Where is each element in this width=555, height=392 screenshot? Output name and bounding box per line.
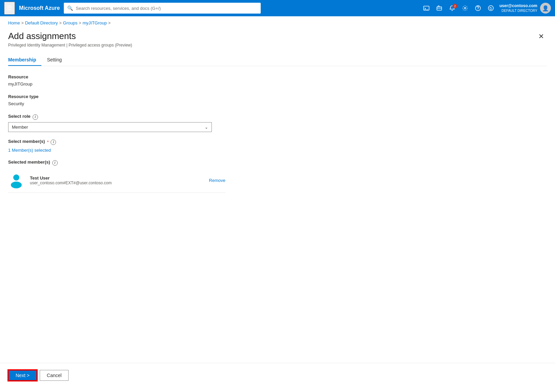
- select-role-label-row: Select role i: [8, 114, 547, 120]
- breadcrumb-home[interactable]: Home: [8, 20, 20, 25]
- selected-members-info-icon: i: [52, 160, 58, 166]
- selected-members-label-row: Selected member(s) i: [8, 160, 547, 166]
- search-bar[interactable]: 🔍: [64, 3, 261, 14]
- breadcrumb-sep-1: >: [21, 21, 24, 25]
- chevron-down-icon: ⌄: [205, 125, 208, 130]
- search-icon: 🔍: [67, 5, 73, 11]
- cancel-button[interactable]: Cancel: [40, 370, 69, 381]
- notification-badge: 2: [452, 4, 457, 8]
- main-content: Add assignments Privileged Identity Mana…: [0, 25, 555, 388]
- breadcrumb-sep-2: >: [59, 21, 62, 25]
- next-button[interactable]: Next >: [8, 370, 37, 381]
- breadcrumb-my-jit-group[interactable]: myJITGroup: [82, 20, 107, 25]
- user-profile[interactable]: user@contoso.com DEFAULT DIRECTORY 👤: [499, 3, 551, 14]
- svg-point-9: [492, 8, 492, 9]
- member-email: user_contoso.com#EXT#@user.contoso.com: [30, 181, 204, 185]
- svg-point-4: [464, 7, 466, 9]
- member-item: Test User user_contoso.com#EXT#@user.con…: [8, 168, 225, 193]
- top-nav-icons: 2 user@contoso.com DEFAULT DIRECTORY 👤: [421, 3, 551, 14]
- select-role-label: Select role: [8, 114, 31, 119]
- role-dropdown-value: Member: [12, 125, 28, 130]
- select-role-field-group: Select role i Member ⌄: [8, 114, 547, 132]
- svg-point-11: [11, 182, 22, 188]
- resource-value: myJITGroup: [8, 81, 547, 87]
- member-name: Test User: [30, 175, 204, 181]
- svg-point-7: [488, 6, 494, 11]
- resource-type-label: Resource type: [8, 94, 547, 99]
- selected-members-field-group: Selected member(s) i Test User user_cont…: [8, 160, 547, 193]
- breadcrumb-sep-4: >: [108, 21, 111, 25]
- notifications-button[interactable]: 2: [446, 3, 458, 13]
- member-info: Test User user_contoso.com#EXT#@user.con…: [30, 175, 204, 185]
- svg-point-6: [478, 10, 479, 10]
- help-button[interactable]: [472, 3, 484, 13]
- role-dropdown[interactable]: Member ⌄: [8, 122, 212, 132]
- svg-rect-0: [424, 6, 429, 10]
- search-input[interactable]: [76, 6, 257, 11]
- required-star: *: [47, 139, 49, 145]
- select-members-field-group: Select member(s) * i 1 Member(s) selecte…: [8, 139, 547, 153]
- avatar: 👤: [540, 3, 551, 14]
- svg-rect-2: [437, 7, 442, 10]
- select-members-label-row: Select member(s) * i: [8, 139, 547, 145]
- resource-type-value: Security: [8, 100, 547, 107]
- select-members-info-icon: i: [51, 139, 56, 145]
- page-title: Add assignments: [8, 31, 547, 41]
- remove-member-button[interactable]: Remove: [209, 178, 225, 183]
- tabs: Membership Setting: [8, 54, 547, 66]
- feedback-button[interactable]: [485, 3, 497, 13]
- user-email: user@contoso.com: [499, 3, 537, 9]
- svg-point-8: [490, 8, 491, 9]
- resource-label: Resource: [8, 74, 547, 79]
- page-subtitle: Privileged Identity Management | Privile…: [8, 43, 547, 48]
- members-selected-link[interactable]: 1 Member(s) selected: [8, 148, 51, 153]
- breadcrumb-groups[interactable]: Groups: [63, 20, 78, 25]
- top-navigation: ☰ Microsoft Azure 🔍 2 user@contoso.com D…: [0, 0, 555, 16]
- select-members-label: Select member(s): [8, 139, 45, 144]
- settings-button[interactable]: [459, 3, 471, 13]
- resource-field-group: Resource myJITGroup: [8, 74, 547, 87]
- close-button[interactable]: ✕: [536, 31, 547, 42]
- user-directory: DEFAULT DIRECTORY: [499, 8, 537, 13]
- svg-point-10: [13, 174, 19, 181]
- selected-members-label: Selected member(s): [8, 160, 50, 165]
- resource-type-field-group: Resource type Security: [8, 94, 547, 107]
- member-avatar: [8, 172, 24, 188]
- breadcrumb: Home > Default Directory > Groups > myJI…: [0, 16, 555, 25]
- user-info: user@contoso.com DEFAULT DIRECTORY: [499, 3, 537, 13]
- tab-membership[interactable]: Membership: [8, 54, 41, 66]
- directory-filter-button[interactable]: [433, 3, 445, 13]
- select-role-info-icon: i: [33, 114, 38, 120]
- brand-name: Microsoft Azure: [19, 5, 60, 11]
- breadcrumb-default-directory[interactable]: Default Directory: [25, 20, 58, 25]
- hamburger-menu-button[interactable]: ☰: [4, 2, 15, 15]
- breadcrumb-sep-3: >: [79, 21, 81, 25]
- cloud-shell-button[interactable]: [421, 3, 432, 13]
- action-bar: Next > Cancel: [0, 363, 555, 388]
- tab-setting[interactable]: Setting: [41, 54, 67, 66]
